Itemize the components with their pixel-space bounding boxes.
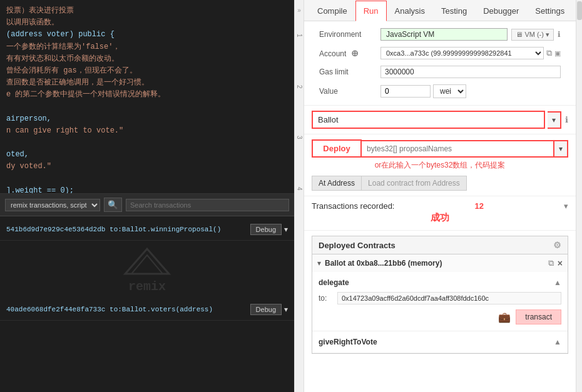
contract-section: Ballot ▾ ℹ [304,106,576,134]
run-content: Environment JavaScript VM 🖥 VM (-) ▾ ℹ A… [304,21,576,392]
contract-select[interactable]: Ballot [312,111,545,129]
vm-text: VM (-) ▾ [524,31,549,39]
nav-tabs: Compile Run Analysis Testing Debugger Se… [304,0,576,21]
tab-debugger[interactable]: Debugger [475,1,527,21]
transaction-bar: remix transactions, script 🔍 [0,194,294,216]
transact-button[interactable]: transact [516,309,561,324]
code-line: airperson, [6,113,288,125]
tab-testing[interactable]: Testing [433,1,475,21]
script-select[interactable]: remix transactions, script [5,199,100,211]
account-select[interactable]: 0xca3...a733c (99.999999999998292841 [380,47,544,59]
code-line: e 的第二个参数中提供一个对错误情况的解释。 [6,89,288,101]
tx-text: 541b6d9d7e929c4e5364d2db to:Ballot.winni… [6,226,250,233]
deploy-button[interactable]: Deploy [312,139,362,158]
table-row: 40ade6068dfe2f44e8fa733c to:Ballot.voter… [0,299,294,321]
chevron-down-icon[interactable]: ▾ [284,225,288,234]
code-line: 一个参数的计算结果为'false'， [6,41,288,53]
give-right-chevron-icon[interactable]: ▲ [554,338,561,346]
code-editor: 投票）表决进行投票 以调用该函数。 (address voter) public… [0,0,294,194]
tab-analysis[interactable]: Analysis [387,1,433,21]
remix-logo: remix [0,241,294,299]
scrollbar-thumb [577,1,582,20]
to-address-input[interactable] [337,292,561,304]
gas-limit-label: Gas limit [319,68,375,76]
contract-close-icon[interactable]: × [558,258,563,268]
delegate-action-row: 💼 transact [319,307,561,327]
give-right-header: giveRightToVote ▲ [319,335,561,349]
code-line: n can give right to vote." [6,125,288,137]
chevron-down-icon[interactable]: ▾ [284,305,288,314]
code-line: (address voter) public { [6,29,288,41]
debug-button[interactable]: Debug [250,224,282,235]
unit-select[interactable]: wei [433,84,466,98]
deploy-chevron-icon[interactable]: ▾ [554,140,568,158]
code-line: oted, [6,149,288,161]
step-1-label: 1 [296,34,303,38]
hint-text: or在此输入一个bytes32数组，代码提案 [312,158,568,173]
contract-copy-icon[interactable]: ⧉ [548,258,554,268]
contract-instance-name: Ballot at 0xba8...21bb6 (memory) [325,259,544,268]
environment-section: Environment JavaScript VM 🖥 VM (-) ▾ ℹ A… [304,21,576,106]
code-line [6,101,288,113]
copy-icon[interactable]: ⧉ [546,48,552,58]
search-button[interactable]: 🔍 [104,198,122,212]
at-address-button[interactable]: At Address [312,176,362,191]
load-contract-button[interactable]: Load contract from Address [362,176,467,191]
vm-badge: 🖥 VM (-) ▾ [511,29,554,41]
info-icon[interactable]: ℹ [558,30,561,39]
code-line: 查回数是否被正确地调用，是一个好习惯。 [6,77,288,89]
account-select-row: 0xca3...a733c (99.999999999998292841 ⧉ ▣ [380,47,561,59]
tx-chevron-icon[interactable]: ▾ [564,201,568,211]
env-value: JavaScript VM [380,28,508,41]
value-input[interactable] [380,85,431,98]
table-row: 541b6d9d7e929c4e5364d2db to:Ballot.winni… [0,219,294,241]
code-line: 曾经会消耗所有 gas，但现在不会了。 [6,65,288,77]
delegate-label: delegate [319,278,349,287]
value-label: Value [319,87,375,96]
code-line: 以调用该函数。 [6,17,288,29]
code-line: 投票）表决进行投票 [6,5,288,17]
transactions-section: Transactions recorded: 12 ▾ 成功 [304,196,576,231]
svg-marker-0 [125,249,169,274]
deployed-header-icon: ⚙ [553,240,561,250]
tx-count: 12 [475,201,484,211]
right-panel: Compile Run Analysis Testing Debugger Se… [304,0,576,392]
give-right-label: giveRightToVote [319,338,377,346]
deploy-row: Deploy ▾ [312,139,568,158]
deployed-contracts-label: Deployed Contracts [319,241,396,250]
tab-settings[interactable]: Settings [527,1,573,21]
contract-instance: ▾ Ballot at 0xba8...21bb6 (memory) ⧉ × d… [312,254,568,353]
gas-limit-input[interactable] [380,66,561,78]
tx-text: 40ade6068dfe2f44e8fa733c to:Ballot.voter… [6,306,250,313]
arrow-icon[interactable]: » [297,5,301,16]
contract-info-icon[interactable]: ℹ [565,115,568,124]
code-line [6,173,288,185]
tab-support[interactable]: Support [573,1,576,21]
deploy-section: Deploy ▾ or在此输入一个bytes32数组，代码提案 At Addre… [304,134,576,196]
tab-run[interactable]: Run [355,1,387,21]
clipboard-icon[interactable]: 💼 [498,311,511,323]
contract-expand-icon[interactable]: ▾ [317,259,321,268]
transactions-recorded: Transactions recorded: 12 ▾ [312,201,568,211]
contract-dropdown-arrow[interactable]: ▾ [548,111,561,129]
delegate-header: delegate ▲ [319,276,561,289]
tab-compile[interactable]: Compile [309,1,355,21]
value-row: Value wei [312,81,568,101]
account-row: Account ⊕ 0xca3...a733c (99.999999999998… [312,44,568,63]
give-right-function: giveRightToVote ▲ [312,331,568,353]
step-4-label: 4 [296,187,303,191]
at-address-row: At Address Load contract from Address [312,176,568,191]
delegate-chevron-icon[interactable]: ▲ [554,278,561,287]
account-label: Account ⊕ [319,48,375,58]
transaction-panel: remix transactions, script 🔍 541b6d9d7e9… [0,194,294,392]
search-input[interactable] [126,199,289,211]
step-2-label: 2 [296,85,303,89]
environment-select: JavaScript VM 🖥 VM (-) ▾ ℹ [380,28,561,41]
deploy-input[interactable] [362,140,554,158]
deployed-contracts-header: Deployed Contracts ⚙ [312,236,568,254]
right-scrollbar[interactable] [576,0,582,392]
add-account-icon[interactable]: ⊕ [351,48,359,58]
svg-marker-1 [131,255,163,274]
environment-label: Environment [319,30,375,39]
debug-button[interactable]: Debug [250,304,282,315]
